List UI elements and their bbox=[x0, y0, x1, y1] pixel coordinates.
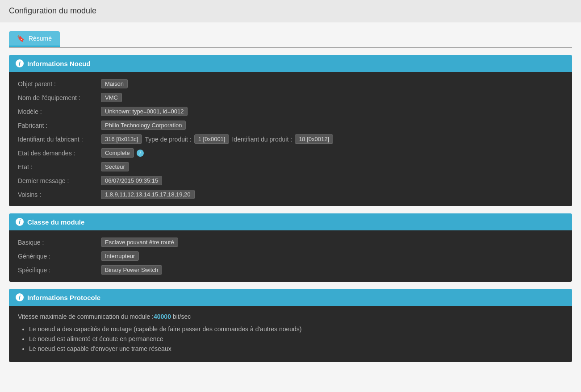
panel-node-info-body: Objet parent : Maison Nom de l'équipemen… bbox=[9, 72, 572, 206]
protocol-speed-value: 40000 bbox=[154, 313, 171, 320]
page-title: Configuration du module bbox=[9, 6, 572, 16]
row-modele: Modèle : Unknown: type=0001, id=0012 bbox=[18, 107, 563, 116]
nom-equipement-label: Nom de l'équipement : bbox=[18, 94, 98, 101]
protocol-list-item-1: Le noeud a des capacités de routage (cap… bbox=[29, 325, 563, 333]
panel-protocol-info-header: i Informations Protocole bbox=[9, 289, 572, 306]
page-header: Configuration du module bbox=[0, 0, 581, 22]
panel-module-class-header: i Classe du module bbox=[9, 213, 572, 230]
identifiant-fabricant-label: Identifiant du fabricant : bbox=[18, 136, 98, 143]
identifiant-produit-label: Identifiant du produit : bbox=[232, 136, 292, 143]
info-icon-class: i bbox=[16, 218, 24, 226]
panel-protocol-info: i Informations Protocole Vitesse maximal… bbox=[9, 289, 572, 362]
protocol-list-item-3: Le noeud est capable d'envoyer une trame… bbox=[29, 345, 563, 352]
identifiant-fabricant-value: 316 [0x013c] bbox=[101, 134, 142, 144]
panel-protocol-info-body: Vitesse maximale de communication du mod… bbox=[9, 306, 572, 362]
protocol-speed-label: Vitesse maximale de communication du mod… bbox=[18, 313, 154, 320]
tab-resume-label: Résumé bbox=[29, 35, 52, 42]
row-generique: Générique : Interrupteur bbox=[18, 251, 563, 261]
panel-protocol-info-title: Informations Protocole bbox=[27, 294, 100, 301]
row-specifique: Spécifique : Binary Power Switch bbox=[18, 265, 563, 275]
row-objet-parent: Objet parent : Maison bbox=[18, 79, 563, 88]
etat-label: Etat : bbox=[18, 163, 98, 171]
type-produit-label: Type de produit : bbox=[145, 136, 191, 143]
specifique-label: Spécifique : bbox=[18, 267, 98, 274]
objet-parent-label: Objet parent : bbox=[18, 80, 98, 88]
panel-module-class: i Classe du module Basique : Esclave pou… bbox=[9, 213, 572, 282]
identifiant-produit-value: 18 [0x0012] bbox=[295, 134, 333, 144]
panel-node-info-title: Informations Noeud bbox=[27, 60, 91, 67]
basique-value: Esclave pouvant être routé bbox=[101, 238, 178, 247]
panel-module-class-body: Basique : Esclave pouvant être routé Gén… bbox=[9, 230, 572, 282]
row-basique: Basique : Esclave pouvant être routé bbox=[18, 238, 563, 247]
objet-parent-value: Maison bbox=[101, 79, 128, 88]
panel-node-info-header: i Informations Noeud bbox=[9, 55, 572, 72]
row-voisins: Voisins : 1,8,9,11,12,13,14,15,17,18,19,… bbox=[18, 190, 563, 199]
info-icon-protocol: i bbox=[16, 293, 24, 301]
etat-demandes-value: Complete bbox=[101, 148, 134, 158]
row-etat: Etat : Secteur bbox=[18, 162, 563, 171]
tab-container: 🔖 Résumé bbox=[9, 31, 572, 48]
protocol-speed-unit: bit/sec bbox=[173, 313, 191, 320]
etat-value: Secteur bbox=[101, 162, 129, 171]
row-etat-demandes: Etat des demandes : Complete i bbox=[18, 148, 563, 158]
dernier-message-value: 06/07/2015 09:35:15 bbox=[101, 176, 162, 185]
dernier-message-label: Dernier message : bbox=[18, 177, 98, 184]
etat-demandes-info-icon[interactable]: i bbox=[137, 150, 144, 157]
etat-demandes-label: Etat des demandes : bbox=[18, 150, 98, 157]
row-fabricant: Fabricant : Philio Technology Corporatio… bbox=[18, 121, 563, 130]
tab-resume[interactable]: 🔖 Résumé bbox=[9, 31, 60, 47]
protocol-list: Le noeud a des capacités de routage (cap… bbox=[18, 325, 563, 352]
page-content: 🔖 Résumé i Informations Noeud Objet pare… bbox=[0, 22, 581, 378]
panel-node-info: i Informations Noeud Objet parent : Mais… bbox=[9, 55, 572, 206]
voisins-label: Voisins : bbox=[18, 191, 98, 198]
fabricant-value: Philio Technology Corporation bbox=[101, 121, 186, 130]
protocol-list-item-2: Le noeud est alimenté et écoute en perma… bbox=[29, 335, 563, 342]
basique-label: Basique : bbox=[18, 239, 98, 246]
resume-icon: 🔖 bbox=[17, 35, 25, 42]
modele-value: Unknown: type=0001, id=0012 bbox=[101, 107, 188, 116]
nom-equipement-value: VMC bbox=[101, 93, 122, 102]
row-dernier-message: Dernier message : 06/07/2015 09:35:15 bbox=[18, 176, 563, 185]
type-produit-value: 1 [0x0001] bbox=[194, 134, 230, 144]
info-icon-node: i bbox=[16, 59, 24, 67]
voisins-value: 1,8,9,11,12,13,14,15,17,18,19,20 bbox=[101, 190, 195, 199]
specifique-value: Binary Power Switch bbox=[101, 265, 162, 275]
modele-label: Modèle : bbox=[18, 108, 98, 115]
fabricant-label: Fabricant : bbox=[18, 122, 98, 129]
row-nom-equipement: Nom de l'équipement : VMC bbox=[18, 93, 563, 102]
generique-label: Générique : bbox=[18, 253, 98, 260]
protocol-speed-text: Vitesse maximale de communication du mod… bbox=[18, 313, 563, 320]
panel-module-class-title: Classe du module bbox=[27, 218, 84, 226]
row-identifiant-fabricant: Identifiant du fabricant : 316 [0x013c] … bbox=[18, 134, 563, 144]
generique-value: Interrupteur bbox=[101, 251, 139, 261]
